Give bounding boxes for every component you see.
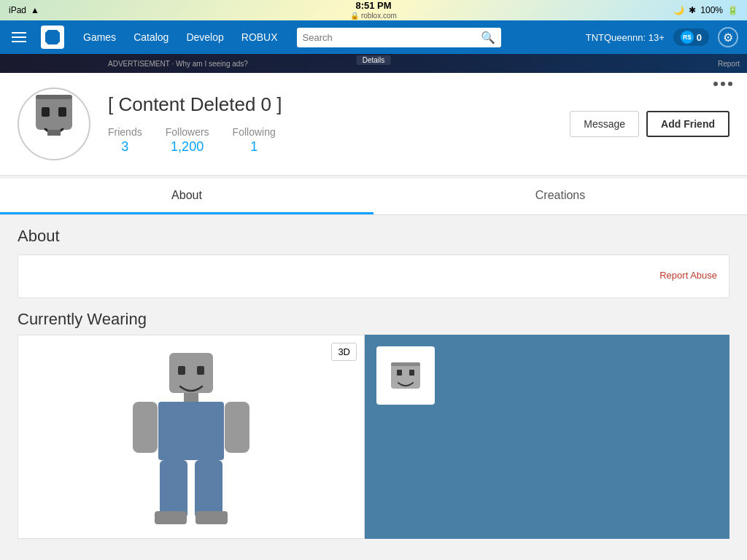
svg-rect-19 (391, 362, 420, 366)
ad-label: ADVERTISEMENT · Why am I seeing ads? (0, 60, 248, 68)
ad-bar: Details ADVERTISEMENT · Why am I seeing … (0, 54, 747, 73)
svg-rect-13 (195, 460, 222, 518)
device-label: iPad (9, 5, 26, 15)
more-options[interactable] (713, 82, 732, 86)
status-bar: iPad ▲ 8:51 PM 🔒 roblox.com 🌙 ✱ 100% 🔋 (0, 0, 747, 20)
svg-rect-7 (197, 366, 204, 375)
stat-followers: Followers 1,200 (166, 126, 209, 155)
items-panel (365, 335, 729, 539)
about-box: Report Abuse (18, 254, 729, 298)
svg-rect-0 (36, 95, 72, 130)
tab-about[interactable]: About (0, 179, 374, 214)
bluetooth-icon: ✱ (689, 5, 696, 15)
btn-3d[interactable]: 3D (331, 343, 357, 361)
hamburger-menu[interactable] (9, 29, 29, 45)
nav-robux-balance[interactable]: R$ 0 (673, 28, 709, 46)
avatar (18, 88, 90, 160)
nav-robux[interactable]: ROBUX (234, 27, 285, 47)
search-input[interactable] (303, 32, 476, 43)
svg-rect-1 (42, 107, 50, 117)
svg-rect-18 (409, 370, 414, 376)
svg-rect-6 (178, 366, 185, 375)
ad-details[interactable]: Details (357, 55, 391, 65)
svg-rect-8 (184, 393, 198, 402)
svg-rect-4 (36, 95, 72, 99)
svg-rect-14 (155, 511, 187, 524)
about-section: About Report Abuse (0, 215, 747, 304)
friends-label: Friends (108, 126, 142, 138)
item-1-icon (385, 355, 426, 396)
friends-value: 3 (108, 139, 142, 155)
wearing-content: 3D (18, 335, 729, 539)
followers-label: Followers (166, 126, 209, 138)
tabs-bar: About Creations (0, 179, 747, 215)
lock-icon: 🔒 (350, 12, 359, 20)
nav-links: Games Catalog Develop ROBUX (76, 27, 285, 47)
avatar-3d-preview: 3D (18, 335, 365, 539)
avatar-image (21, 91, 87, 157)
profile-stats: Friends 3 Followers 1,200 Following 1 (108, 126, 552, 155)
currently-wearing-section: Currently Wearing 3D (0, 304, 747, 539)
ad-report[interactable]: Report (718, 60, 740, 68)
message-button[interactable]: Message (570, 111, 639, 137)
followers-value: 1,200 (166, 139, 209, 155)
status-time: 8:51 PM (355, 0, 391, 12)
svg-rect-9 (158, 402, 224, 460)
stat-friends: Friends 3 (108, 126, 142, 155)
settings-button[interactable]: ⚙ (718, 27, 738, 47)
profile-card: [ Content Deleted 0 ] Friends 3 Follower… (0, 73, 747, 176)
wearing-title: Currently Wearing (18, 310, 729, 329)
about-title: About (18, 227, 729, 246)
profile-name: [ Content Deleted 0 ] (108, 93, 552, 116)
search-bar: 🔍 (297, 28, 501, 47)
profile-info: [ Content Deleted 0 ] Friends 3 Follower… (108, 93, 552, 155)
tab-creations[interactable]: Creations (374, 179, 747, 214)
add-friend-button[interactable]: Add Friend (646, 111, 729, 137)
svg-rect-3 (47, 130, 61, 136)
battery-label: 100% (700, 5, 723, 15)
search-icon[interactable]: 🔍 (481, 31, 495, 44)
nav-catalog[interactable]: Catalog (126, 27, 176, 47)
svg-rect-15 (196, 511, 228, 524)
battery-icon: 🔋 (727, 5, 738, 15)
svg-rect-11 (225, 402, 249, 453)
nav-develop[interactable]: Develop (179, 27, 231, 47)
wearing-item-1[interactable] (376, 346, 435, 405)
svg-rect-12 (160, 460, 187, 518)
svg-rect-10 (133, 402, 158, 453)
following-label: Following (233, 126, 276, 138)
navbar: Games Catalog Develop ROBUX 🔍 TNTQueennn… (0, 20, 747, 54)
nav-username: TNTQueennn: 13+ (586, 32, 665, 43)
wifi-icon: ▲ (31, 5, 39, 15)
nav-games[interactable]: Games (76, 27, 123, 47)
svg-rect-2 (58, 107, 66, 117)
svg-rect-5 (169, 353, 213, 393)
moon-icon: 🌙 (673, 5, 684, 15)
status-url: 🔒 roblox.com (350, 12, 397, 20)
robux-icon: R$ (681, 31, 694, 44)
report-abuse[interactable]: Report Abuse (30, 270, 717, 281)
following-value: 1 (233, 139, 276, 155)
svg-rect-17 (397, 370, 402, 376)
character-3d-svg (118, 346, 264, 528)
svg-rect-16 (391, 362, 420, 389)
nav-right: TNTQueennn: 13+ R$ 0 ⚙ (586, 27, 738, 47)
stat-following: Following 1 (233, 126, 276, 155)
roblox-logo[interactable] (41, 26, 64, 49)
profile-actions: Message Add Friend (570, 111, 729, 137)
